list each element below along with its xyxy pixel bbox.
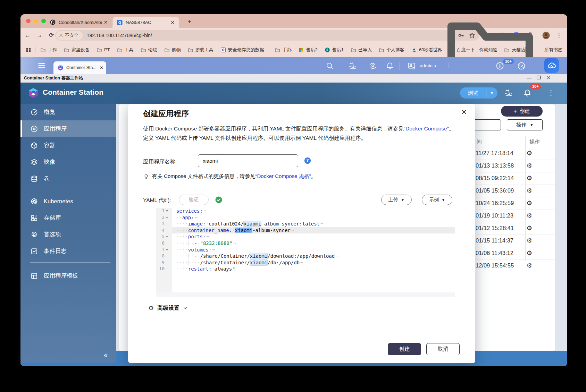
sidebar-item-helm[interactable]: Kubernetes	[20, 193, 116, 210]
sidebar-collapse-button[interactable]: «	[104, 351, 108, 359]
code-line[interactable]: 9······-·/share/Container/xiaomi/db:/app…	[156, 259, 455, 266]
table-row[interactable]: 01/15 11:14:37⚙	[476, 235, 555, 247]
sidebar-item-db[interactable]: 卷	[20, 170, 116, 187]
tab-close-icon[interactable]: ✕	[169, 20, 176, 25]
fold-arrow-icon[interactable]: ▼	[165, 233, 169, 240]
security-chip[interactable]: ⚠ 不安全	[56, 31, 83, 40]
code-line[interactable]: 4····container_name:·xiaomi-album-syncer…	[156, 227, 455, 234]
row-settings-gear-icon[interactable]: ⚙	[526, 162, 532, 170]
qts-search-icon[interactable]	[325, 61, 334, 70]
code-line[interactable]: 8······-·/share/Container/xiaomi/downloa…	[156, 253, 455, 259]
description-link[interactable]: “Docker Compose”	[404, 126, 449, 131]
code-gutter[interactable]: 1▼	[156, 208, 172, 214]
qts-dashboard-icon[interactable]	[517, 61, 526, 70]
table-row[interactable]: 10/24 16:25:59⚙	[476, 197, 555, 210]
sidebar-item-cube[interactable]: 容器	[20, 137, 116, 154]
address-bar[interactable]: ⚠ 不安全 192.168.100.114:7086/cgi-bin/	[55, 30, 479, 41]
code-gutter[interactable]: 8	[156, 253, 172, 259]
apps-grid-icon[interactable]	[25, 47, 32, 53]
code-gutter[interactable]: 10	[156, 266, 172, 272]
reload-icon[interactable]: ⟳	[47, 31, 56, 40]
myqnapcloud-icon[interactable]	[544, 58, 559, 73]
help-icon[interactable]: ?	[304, 157, 311, 164]
sidebar-item-gear[interactable]: 首选项	[20, 226, 116, 243]
qts-user-icon[interactable]: ★	[407, 61, 416, 70]
browser-tab[interactable]: QNAS5878AC✕	[112, 17, 179, 28]
code-gutter[interactable]: 2▼	[156, 214, 172, 221]
bookmark-item[interactable]: 工作	[40, 47, 57, 53]
yaml-code-editor[interactable]: 1▼services:¬2▼··app:¬3····image:·coolfan…	[156, 208, 455, 297]
new-tab-button[interactable]: +	[185, 17, 194, 26]
cs-menu-kebab-icon[interactable]: ⋮	[547, 88, 554, 97]
code-line[interactable]: 7▼····volumes:¬	[156, 247, 455, 253]
table-row[interactable]: 12/09 15:54:55⚙	[476, 260, 555, 272]
fold-arrow-icon[interactable]: ▼	[165, 214, 169, 221]
code-gutter[interactable]: 9	[156, 259, 172, 266]
code-gutter[interactable]: 7▼	[156, 247, 172, 253]
row-settings-gear-icon[interactable]: ⚙	[526, 237, 532, 245]
browse-caret-icon[interactable]: ▼	[486, 91, 497, 95]
advanced-settings-toggle[interactable]: ⚙ 高级设置	[148, 304, 188, 312]
bookmark-item[interactable]: PT	[97, 47, 110, 53]
bookmark-item[interactable]: 游戏工具	[188, 47, 214, 53]
bookmark-item[interactable]: 购物	[164, 47, 181, 53]
bookmark-item[interactable]: 60秒看世界	[411, 47, 442, 53]
qts-user-menu[interactable]: admin ▼	[420, 63, 437, 68]
code-gutter[interactable]: 5▼	[156, 233, 172, 240]
code-gutter[interactable]: 6	[156, 240, 172, 247]
row-settings-gear-icon[interactable]: ⚙	[526, 149, 532, 157]
row-settings-gear-icon[interactable]: ⚙	[526, 224, 532, 232]
row-settings-gear-icon[interactable]: ⚙	[526, 199, 532, 207]
fold-arrow-icon[interactable]: ▼	[165, 208, 169, 214]
row-settings-gear-icon[interactable]: ⚙	[526, 187, 532, 195]
macos-minimize-button[interactable]	[34, 19, 38, 23]
table-row[interactable]: 01/13 13:13:58⚙	[476, 160, 555, 172]
table-row[interactable]: 11/27 17:18:14⚙	[476, 147, 555, 160]
code-line[interactable]: 2▼··app:¬	[156, 214, 455, 221]
sidebar-item-layers[interactable]: 映像	[20, 154, 116, 170]
bookmark-item[interactable]: 个人博客	[379, 47, 404, 53]
code-line[interactable]: 6······-·"8232:8080"¬	[156, 240, 455, 247]
bookmark-item[interactable]: 售后2	[298, 47, 317, 53]
qts-background-tasks-icon[interactable]	[348, 61, 357, 70]
browse-button[interactable]: 浏览 ▼	[460, 87, 497, 99]
app-name-input[interactable]	[198, 154, 298, 167]
dialog-close-icon[interactable]: ✕	[461, 108, 467, 116]
qts-options-kebab-icon[interactable]: ⋮	[446, 61, 453, 70]
upload-button[interactable]: 上传 ▼	[381, 195, 412, 205]
qts-external-device-icon[interactable]	[368, 61, 377, 70]
validate-button[interactable]: 验证	[179, 195, 209, 205]
qts-info-icon[interactable]	[495, 61, 504, 70]
bookmark-item[interactable]: Q安全储存您的数据...	[220, 47, 268, 53]
tip-link[interactable]: “Docker Compose 规格”	[256, 173, 311, 179]
main-menu-hamburger-icon[interactable]	[36, 61, 48, 70]
bookmark-item[interactable]: S售后1	[325, 47, 344, 53]
cs-tasks-icon[interactable]	[504, 88, 513, 97]
row-settings-gear-icon[interactable]: ⚙	[526, 262, 532, 270]
macos-close-button[interactable]	[26, 19, 31, 23]
forward-icon[interactable]: →	[35, 31, 44, 40]
dialog-create-button[interactable]: 创建	[388, 343, 421, 355]
bookmark-item[interactable]: 论坛	[141, 47, 157, 53]
code-line[interactable]: 1▼services:¬	[156, 208, 455, 214]
qts-notifications-icon[interactable]	[385, 61, 394, 70]
bookmark-item[interactable]: 工具	[117, 47, 134, 53]
window-maximize-icon[interactable]: ❐	[535, 75, 542, 80]
browser-tab[interactable]: Coooolfan/XiaomiAlbumSync✕	[45, 16, 112, 28]
code-gutter[interactable]: 3	[156, 221, 172, 227]
window-close-icon[interactable]: ✕	[545, 75, 552, 80]
qts-app-tab[interactable]: Container Sta... ✕	[53, 61, 106, 74]
tab-close-icon[interactable]: ✕	[102, 19, 109, 25]
table-row[interactable]: 01/05 15:36:09⚙	[476, 185, 555, 197]
table-row[interactable]: 01/12 15:28:41⚙	[476, 222, 555, 235]
table-row[interactable]: 01/19 10:11:23⚙	[476, 210, 555, 222]
example-button[interactable]: 示例 ▼	[422, 195, 452, 205]
code-line[interactable]: 5▼····ports:¬	[156, 233, 455, 240]
row-settings-gear-icon[interactable]: ⚙	[526, 212, 532, 220]
cs-notifications-icon[interactable]	[523, 88, 532, 97]
sidebar-item-blocks[interactable]: 存储库	[20, 210, 116, 226]
bookmark-item[interactable]: 已导入	[351, 47, 372, 53]
code-line[interactable]: 10····restart:·always¶	[156, 266, 455, 272]
table-row[interactable]: 01/06 11:43:12⚙	[476, 247, 555, 260]
sidebar-item-apps[interactable]: 应用程序	[20, 120, 116, 137]
